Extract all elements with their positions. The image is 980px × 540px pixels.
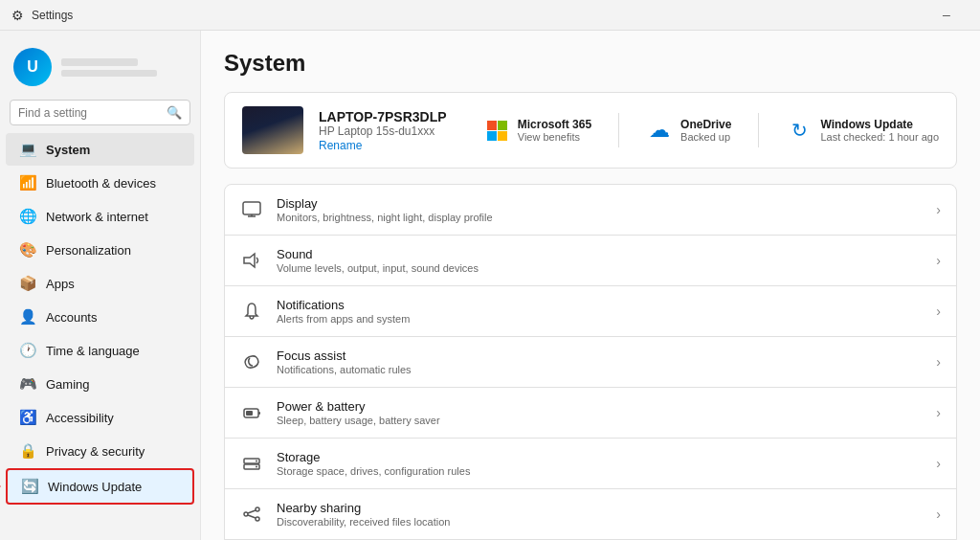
svg-point-15 (244, 512, 248, 516)
settings-list: Display Monitors, brightness, night ligh… (224, 184, 957, 540)
settings-item-nearby-sharing[interactable]: Nearby sharing Discoverability, received… (224, 488, 957, 540)
search-icon: 🔍 (167, 105, 182, 120)
sidebar-item-apps[interactable]: 📦Apps (6, 267, 194, 300)
focus-assist-icon (240, 350, 263, 373)
svg-rect-9 (258, 412, 260, 415)
minimize-button[interactable]: ─ (924, 0, 969, 31)
rename-link[interactable]: Rename (319, 139, 362, 152)
device-model: HP Laptop 15s-du1xxx (319, 124, 468, 138)
network-nav-label: Network & internet (46, 210, 148, 224)
bluetooth-nav-label: Bluetooth & devices (46, 176, 156, 191)
personalization-nav-label: Personalization (46, 243, 131, 258)
accounts-nav-icon: 👤 (19, 308, 36, 326)
status-item-windows-update: ↻ Windows Update Last checked: 1 hour ag… (786, 117, 939, 144)
nearby-sharing-chevron: › (936, 506, 941, 522)
sound-icon (240, 249, 263, 272)
sidebar-item-time[interactable]: 🕐Time & language (6, 334, 194, 367)
svg-rect-10 (246, 411, 253, 416)
notifications-title: Notifications (277, 298, 923, 312)
user-info (61, 58, 157, 77)
svg-line-19 (248, 515, 256, 518)
settings-item-sound[interactable]: Sound Volume levels, output, input, soun… (224, 235, 957, 286)
sidebar-item-network[interactable]: 🌐Network & internet (6, 200, 194, 233)
personalization-nav-icon: 🎨 (19, 241, 36, 259)
status-divider (758, 113, 759, 147)
nearby-sharing-icon (240, 503, 263, 526)
notifications-text: Notifications Alerts from apps and syste… (277, 298, 923, 325)
power-battery-icon (240, 401, 263, 424)
svg-rect-2 (487, 131, 497, 141)
avatar: U (13, 48, 52, 86)
svg-point-14 (256, 466, 257, 468)
time-nav-icon: 🕐 (19, 342, 36, 359)
user-name-blur (61, 58, 138, 66)
device-name: LAPTOP-7PSR3DLP (319, 109, 468, 124)
notifications-desc: Alerts from apps and system (277, 313, 923, 325)
app-container: U 🔍 💻System📶Bluetooth & devices🌐Network … (0, 31, 980, 540)
windows-update-nav-label: Windows Update (48, 480, 142, 494)
sidebar-item-system[interactable]: 💻System (6, 133, 194, 166)
accessibility-nav-icon: ♿ (19, 409, 36, 426)
device-details: LAPTOP-7PSR3DLP HP Laptop 15s-du1xxx Ren… (319, 109, 468, 152)
privacy-nav-icon: 🔒 (19, 442, 36, 460)
network-nav-icon: 🌐 (19, 208, 36, 225)
sidebar-item-windows-update[interactable]: 🔄Windows Update (6, 468, 194, 505)
nearby-sharing-text: Nearby sharing Discoverability, received… (277, 501, 923, 528)
onedrive-desc: Backed up (680, 131, 731, 143)
power-battery-desc: Sleep, battery usage, battery saver (277, 415, 923, 426)
nav-items: 💻System📶Bluetooth & devices🌐Network & in… (0, 133, 200, 505)
settings-item-power-battery[interactable]: Power & battery Sleep, battery usage, ba… (224, 387, 957, 439)
user-email-blur (61, 70, 157, 77)
sound-text: Sound Volume levels, output, input, soun… (277, 247, 923, 274)
onedrive-text: OneDrive Backed up (680, 118, 731, 143)
svg-rect-3 (498, 131, 507, 141)
display-icon (240, 198, 263, 221)
svg-rect-4 (243, 202, 260, 214)
windows-update-title: Windows Update (820, 118, 939, 131)
sidebar-item-bluetooth[interactable]: 📶Bluetooth & devices (6, 167, 194, 199)
power-battery-chevron: › (936, 405, 941, 420)
sound-title: Sound (277, 247, 923, 261)
titlebar: ⚙ Settings ─ (0, 0, 980, 31)
microsoft365-desc: View benefits (518, 131, 591, 143)
device-image (242, 106, 303, 154)
windows-update-text: Windows Update Last checked: 1 hour ago (820, 118, 939, 143)
storage-desc: Storage space, drives, configuration rul… (277, 465, 923, 477)
titlebar-controls: ─ (924, 0, 969, 31)
app-icon: ⚙ (11, 8, 24, 23)
display-chevron: › (936, 202, 941, 217)
power-battery-text: Power & battery Sleep, battery usage, ba… (277, 399, 923, 426)
sidebar-item-privacy[interactable]: 🔒Privacy & security (6, 435, 194, 467)
settings-item-storage[interactable]: Storage Storage space, drives, configura… (224, 438, 957, 489)
storage-title: Storage (277, 450, 923, 464)
system-nav-icon: 💻 (19, 141, 36, 158)
search-box[interactable]: 🔍 (10, 100, 190, 125)
system-info-bar: LAPTOP-7PSR3DLP HP Laptop 15s-du1xxx Ren… (224, 92, 957, 169)
sound-chevron: › (936, 253, 941, 268)
focus-assist-chevron: › (936, 354, 941, 370)
time-nav-label: Time & language (46, 344, 140, 358)
display-desc: Monitors, brightness, night light, displ… (277, 212, 923, 223)
sidebar-item-accounts[interactable]: 👤Accounts (6, 301, 194, 333)
settings-item-notifications[interactable]: Notifications Alerts from apps and syste… (224, 285, 957, 337)
svg-rect-0 (487, 121, 497, 130)
settings-item-display[interactable]: Display Monitors, brightness, night ligh… (224, 184, 957, 236)
system-status-items: Microsoft 365 View benefits ☁ OneDrive B… (483, 113, 939, 147)
onedrive-title: OneDrive (680, 118, 731, 131)
storage-chevron: › (936, 456, 941, 471)
accounts-nav-label: Accounts (46, 310, 97, 325)
power-battery-title: Power & battery (277, 399, 923, 414)
settings-item-focus-assist[interactable]: Focus assist Notifications, automatic ru… (224, 336, 957, 388)
focus-assist-desc: Notifications, automatic rules (277, 364, 923, 375)
sidebar-item-gaming[interactable]: 🎮Gaming (6, 368, 194, 400)
sidebar-item-accessibility[interactable]: ♿Accessibility (6, 401, 194, 434)
svg-line-18 (248, 510, 256, 513)
titlebar-left: ⚙ Settings (11, 8, 73, 23)
gaming-nav-icon: 🎮 (19, 375, 36, 393)
onedrive-icon: ☁ (646, 117, 673, 144)
microsoft365-title: Microsoft 365 (518, 118, 591, 131)
sidebar-item-personalization[interactable]: 🎨Personalization (6, 234, 194, 266)
apps-nav-label: Apps (46, 277, 75, 291)
search-input[interactable] (18, 106, 161, 120)
focus-assist-title: Focus assist (277, 349, 923, 363)
